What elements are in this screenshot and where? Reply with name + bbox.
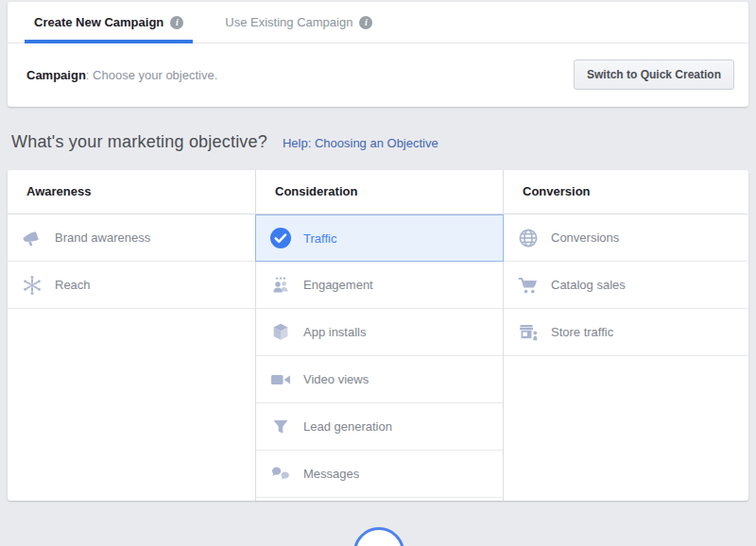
globe-icon xyxy=(517,227,540,249)
objective-catalog-sales[interactable]: Catalog sales xyxy=(504,262,747,309)
objective-label: Store traffic xyxy=(551,325,613,339)
column-conversion: Conversion Conversions Catalog sales xyxy=(503,170,747,501)
megaphone-icon xyxy=(21,227,43,249)
tab-use-existing-campaign[interactable]: Use Existing Campaign i xyxy=(215,2,382,43)
objective-reach[interactable]: Reach xyxy=(8,262,255,309)
objectives-panel: Awareness Brand awareness xyxy=(8,170,748,501)
marketing-objective-heading-row: What's your marketing objective? Help: C… xyxy=(11,132,438,152)
tab-bar: Create New Campaign i Use Existing Campa… xyxy=(8,2,748,43)
campaign-description: : Choose your objective. xyxy=(86,68,217,82)
tab-create-new-campaign[interactable]: Create New Campaign i xyxy=(25,2,193,43)
column-header: Conversion xyxy=(504,170,747,214)
tab-label: Use Existing Campaign xyxy=(225,15,352,29)
info-icon[interactable]: i xyxy=(170,16,183,29)
column-header: Consideration xyxy=(256,170,503,214)
objective-video-views[interactable]: Video views xyxy=(256,356,503,403)
objective-label: Traffic xyxy=(303,231,336,246)
campaign-creation-panel: Create New Campaign i Use Existing Campa… xyxy=(8,2,748,107)
objective-engagement[interactable]: Engagement xyxy=(256,262,503,309)
objective-traffic[interactable]: Traffic xyxy=(255,214,504,262)
column-consideration: Consideration Traffic Engagement xyxy=(255,170,503,501)
objective-lead-generation[interactable]: Lead generation xyxy=(256,403,503,451)
objective-label: Video views xyxy=(303,372,369,386)
campaign-objective-bar: Campaign: Choose your objective. Switch … xyxy=(8,43,748,106)
objective-conversions[interactable]: Conversions xyxy=(504,214,747,262)
video-camera-icon xyxy=(269,368,292,391)
cart-icon xyxy=(517,274,540,297)
down-arrow-circle-icon xyxy=(368,541,390,546)
page-title: What's your marketing objective? xyxy=(11,132,267,152)
switch-to-quick-creation-button[interactable]: Switch to Quick Creation xyxy=(574,60,734,90)
help-choosing-objective-link[interactable]: Help: Choosing an Objective xyxy=(283,136,438,150)
scroll-down-button[interactable] xyxy=(353,527,404,546)
tab-label: Create New Campaign xyxy=(34,15,163,29)
objective-store-traffic[interactable]: Store traffic xyxy=(504,309,747,356)
objective-label: Reach xyxy=(55,278,91,292)
check-circle-icon xyxy=(269,227,292,249)
funnel-icon xyxy=(269,416,292,438)
objective-label: Lead generation xyxy=(303,419,392,434)
objective-label: Conversions xyxy=(551,230,619,245)
campaign-label: Campaign xyxy=(26,68,86,82)
engagement-people-icon xyxy=(269,274,292,297)
objective-app-installs[interactable]: App installs xyxy=(256,309,503,356)
objective-messages[interactable]: Messages xyxy=(256,451,503,498)
objective-label: Engagement xyxy=(303,278,373,292)
objective-label: Catalog sales xyxy=(551,278,626,292)
objective-label: App installs xyxy=(303,325,366,339)
column-header: Awareness xyxy=(8,170,255,214)
objective-brand-awareness[interactable]: Brand awareness xyxy=(8,214,255,262)
objective-label: Brand awareness xyxy=(55,230,150,245)
column-awareness: Awareness Brand awareness xyxy=(8,170,255,501)
cube-icon xyxy=(269,321,292,344)
objective-label: Messages xyxy=(303,467,359,481)
chat-bubbles-icon xyxy=(269,463,292,486)
storefront-icon xyxy=(517,321,540,344)
info-icon[interactable]: i xyxy=(359,16,372,29)
reach-asterisk-icon xyxy=(21,274,43,297)
